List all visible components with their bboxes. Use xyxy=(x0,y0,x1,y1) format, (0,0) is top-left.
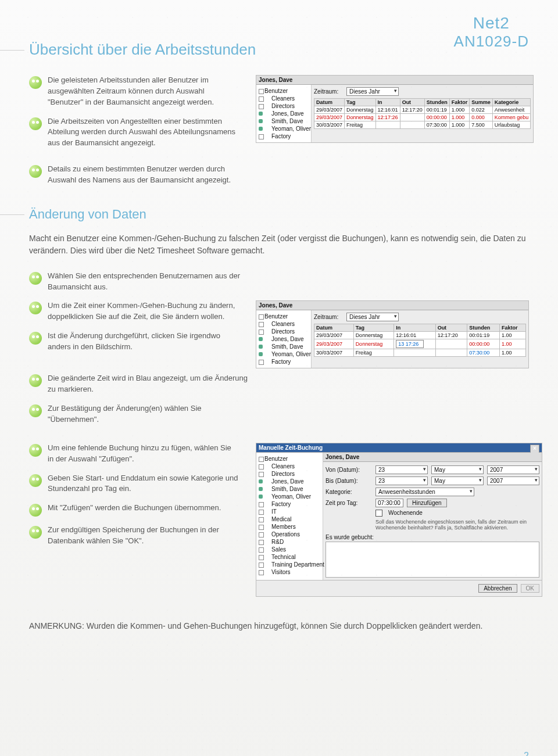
bullet-icon xyxy=(29,302,42,314)
tree-group[interactable]: Factory xyxy=(257,500,321,508)
ok-button[interactable]: OK xyxy=(521,584,539,593)
tree-leaf[interactable]: Smith, Dave xyxy=(257,117,310,125)
tree-group[interactable]: Training Department xyxy=(257,561,321,568)
table-row: 29/03/2007Donnerstag12:16:0112:17:2000:0… xyxy=(314,332,526,339)
tree-leaf[interactable]: Smith, Dave xyxy=(257,343,310,350)
tree-leaf[interactable]: Smith, Dave xyxy=(257,485,321,493)
bullet-icon xyxy=(29,165,42,178)
bullet-icon xyxy=(29,474,42,487)
tree-group[interactable]: Factory xyxy=(257,358,310,366)
hours-table: Datum Tag In Out Stunden Faktor Summe Ka… xyxy=(314,98,531,129)
col-header[interactable]: Datum xyxy=(314,324,354,332)
col-header[interactable]: In xyxy=(394,324,435,332)
bullet-icon xyxy=(29,76,42,89)
col-header[interactable]: In xyxy=(375,99,400,106)
tree-group[interactable]: Members xyxy=(257,523,321,531)
tree-root[interactable]: Benutzer xyxy=(257,455,321,463)
bullet-text: Die Arbeitszeiten von Angestellten einer… xyxy=(48,116,238,149)
col-header[interactable]: Faktor xyxy=(449,99,470,106)
to-day-select[interactable]: 23 xyxy=(375,476,428,485)
table-row: 30/03/2007Freitag07:30:001.0007.500Urlau… xyxy=(314,121,531,129)
category-select[interactable]: Anwesenheitsstunden xyxy=(375,488,474,496)
tree-view[interactable]: Benutzer Cleaners Directors Jones, Dave … xyxy=(256,85,312,142)
period-select[interactable]: Dieses Jahr xyxy=(346,87,399,96)
from-month-select[interactable]: May xyxy=(431,465,484,474)
col-header[interactable]: Stunden xyxy=(424,99,449,106)
col-header[interactable]: Summe xyxy=(470,99,493,106)
tree-group[interactable]: Operations xyxy=(257,531,321,538)
cancel-button[interactable]: Abbrechen xyxy=(478,584,517,593)
category-label: Kategorie: xyxy=(326,489,372,495)
tree-group[interactable]: IT xyxy=(257,508,321,515)
bullet-text: Wählen Sie den entsprechenden Benutzerna… xyxy=(48,271,250,293)
page-number: 2 xyxy=(524,751,529,756)
figure-timesheet-overview: Jones, Dave Benutzer Cleaners Directors … xyxy=(256,75,534,143)
from-day-select[interactable]: 23 xyxy=(375,465,428,474)
bullet-icon xyxy=(29,272,42,285)
tree-leaf[interactable]: Jones, Dave xyxy=(257,335,310,343)
tree-leaf[interactable]: Yeoman, Oliver xyxy=(257,125,310,132)
period-label: Zeitraum: xyxy=(314,314,343,320)
tree-group[interactable]: Directors xyxy=(257,328,310,335)
col-header[interactable]: Tag xyxy=(345,99,376,106)
col-header[interactable]: Datum xyxy=(314,99,345,106)
weekend-checkbox[interactable] xyxy=(375,510,382,517)
bullet-icon xyxy=(29,526,42,539)
tree-group[interactable]: Visitors xyxy=(257,568,321,576)
from-label: Von (Datum): xyxy=(326,467,372,473)
add-button[interactable]: Hinzufügen xyxy=(407,499,447,507)
period-select[interactable]: Dieses Jahr xyxy=(346,313,399,321)
tree-leaf[interactable]: Jones, Dave xyxy=(257,110,310,117)
to-month-select[interactable]: May xyxy=(431,476,484,485)
tree-leaf[interactable]: Jones, Dave xyxy=(257,478,321,485)
tree-root[interactable]: Benutzer xyxy=(257,313,310,320)
tree-group[interactable]: Cleaners xyxy=(257,95,310,102)
tree-group[interactable]: Directors xyxy=(257,102,310,110)
booked-listbox[interactable] xyxy=(326,542,539,578)
col-header[interactable]: Out xyxy=(435,324,467,332)
bullet-text: Die geänderte Zeit wird in Blau angezeig… xyxy=(48,373,250,395)
tree-leaf[interactable]: Yeoman, Oliver xyxy=(257,493,321,500)
bullet-text: Ist die Änderung durchgeführt, clicken S… xyxy=(48,331,238,353)
hours-table: Datum Tag In Out Stunden Faktor 29/03/20… xyxy=(314,324,526,357)
page-title: Übersicht über die Arbeitsstunden xyxy=(29,41,529,59)
bullet-icon xyxy=(29,374,42,387)
col-header[interactable]: Kategorie xyxy=(492,99,531,106)
tree-group[interactable]: Medical xyxy=(257,515,321,523)
time-input[interactable]: 07:30:00 xyxy=(375,499,403,507)
tree-group[interactable]: Sales xyxy=(257,546,321,553)
section2-intro: Macht ein Benutzer eine Kommen-/Gehen-Bu… xyxy=(29,232,529,257)
tree-leaf[interactable]: Yeoman, Oliver xyxy=(257,350,310,358)
tree-group[interactable]: Cleaners xyxy=(257,320,310,328)
bullet-text: Geben Sie Start- und Enddatum ein sowie … xyxy=(48,473,238,495)
tree-group[interactable]: Factory xyxy=(257,132,310,140)
col-header[interactable]: Faktor xyxy=(500,324,526,332)
table-row: 30/03/2007Freitag07:30:001.00 xyxy=(314,349,526,357)
figure-edit-time: Jones, Dave Benutzer Cleaners Directors … xyxy=(256,300,529,368)
tree-root[interactable]: Benutzer xyxy=(257,87,310,95)
editing-cell[interactable]: 13 17:26 xyxy=(394,339,435,349)
timeperday-label: Zeit pro Tag: xyxy=(326,500,372,506)
bullet-icon xyxy=(29,117,42,130)
tree-group[interactable]: R&D xyxy=(257,538,321,546)
from-year-select[interactable]: 2007 xyxy=(487,465,539,474)
bullet-icon xyxy=(29,404,42,417)
section-title-changes: Änderung von Daten xyxy=(29,207,529,222)
tree-view[interactable]: Benutzer Cleaners Directors Jones, Dave … xyxy=(256,453,323,580)
bullet-text: Um die Zeit einer Kommen-/Gehen-Buchung … xyxy=(48,300,238,323)
tree-group[interactable]: Cleaners xyxy=(257,463,321,470)
tree-view[interactable]: Benutzer Cleaners Directors Jones, Dave … xyxy=(256,310,312,368)
table-row: 29/03/2007Donnerstag13 17:2600:00:001.00 xyxy=(314,339,526,349)
tree-group[interactable]: Directors xyxy=(257,470,321,478)
brand-line1: Net2 xyxy=(454,14,529,33)
col-header[interactable]: Stunden xyxy=(467,324,500,332)
to-year-select[interactable]: 2007 xyxy=(487,476,539,485)
section1-list: Die geleisteten Arbeitsstunden aller Ben… xyxy=(29,75,238,149)
col-header[interactable]: Out xyxy=(400,99,424,106)
bullet-text: Zur endgültigen Speicherung der Buchunge… xyxy=(48,525,238,547)
final-note: ANMERKUNG: Wurden die Kommen- und Gehen-… xyxy=(29,620,529,632)
col-header[interactable]: Tag xyxy=(353,324,394,332)
bullet-text: Zur Bestätigung der Änderung(en) wählen … xyxy=(48,403,250,425)
dialog-title-text: Manuelle Zeit-Buchung xyxy=(259,445,323,451)
tree-group[interactable]: Technical xyxy=(257,553,321,561)
